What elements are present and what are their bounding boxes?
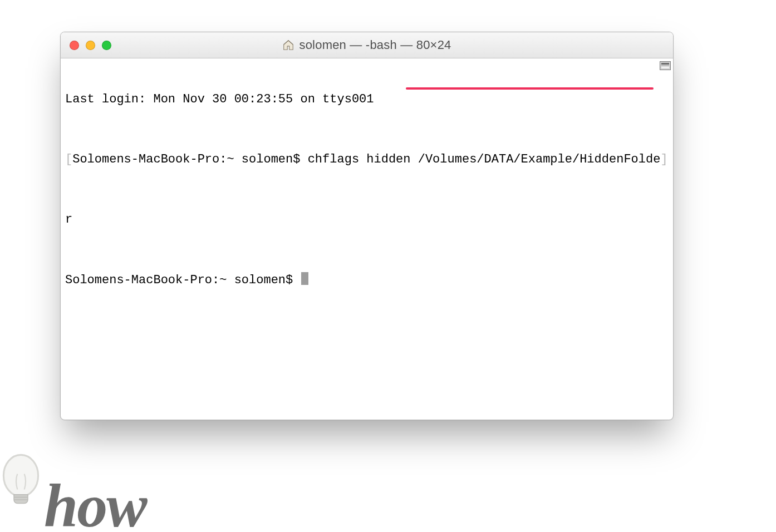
window-title-group: solomen — -bash — 80×24: [61, 38, 673, 52]
minimize-button[interactable]: [86, 41, 95, 50]
watermark-text: how: [44, 485, 146, 528]
prompt-2-text: Solomens-MacBook-Pro:~ solomen$: [65, 273, 300, 287]
traffic-lights: [70, 41, 111, 50]
terminal-line-command: [Solomens-MacBook-Pro:~ solomen$ chflags…: [65, 152, 669, 167]
terminal-body[interactable]: Last login: Mon Nov 30 00:23:55 on ttys0…: [61, 58, 673, 351]
terminal-window: solomen — -bash — 80×24 Last login: Mon …: [60, 32, 674, 420]
window-title: solomen — -bash — 80×24: [299, 38, 451, 52]
terminal-line-wrap: r: [65, 212, 669, 227]
close-button[interactable]: [70, 41, 79, 50]
cursor-icon: [301, 272, 308, 285]
watermark: how: [0, 450, 146, 528]
svg-point-0: [3, 455, 38, 496]
lightbulb-icon: [0, 450, 47, 528]
open-bracket: [: [65, 152, 72, 166]
close-bracket: ]: [660, 152, 667, 166]
prompt-1-text: Solomens-MacBook-Pro:~ solomen$ chflags …: [72, 152, 418, 166]
titlebar[interactable]: solomen — -bash — 80×24: [61, 32, 673, 58]
prompt-1-path: /Volumes/DATA/Example/HiddenFolde: [418, 152, 661, 166]
annotation-underline: [406, 87, 654, 90]
terminal-line-prompt2: Solomens-MacBook-Pro:~ solomen$: [65, 272, 669, 288]
zoom-button[interactable]: [102, 41, 111, 50]
home-icon: [282, 39, 294, 51]
terminal-line-last-login: Last login: Mon Nov 30 00:23:55 on ttys0…: [65, 92, 669, 107]
